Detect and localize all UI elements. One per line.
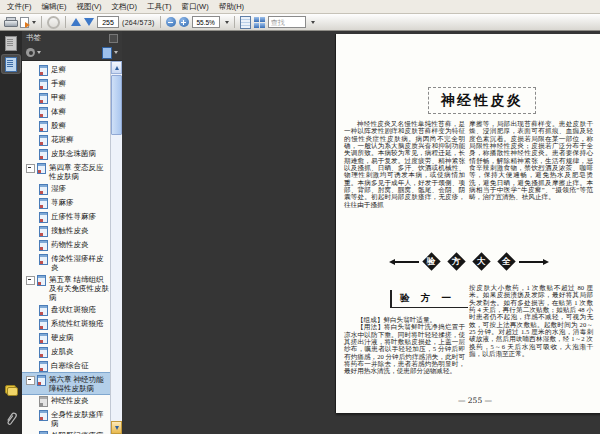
scrollbar-thumb[interactable] xyxy=(111,75,122,135)
bookmark-item[interactable]: 皮肌炎 xyxy=(22,345,110,359)
recipe-column-right: 按皮肤大小敷药，1 次敷贴不超过 80 厘米。如果皮损溃疡及发际，最好将其局部头… xyxy=(469,284,593,357)
bookmark-item[interactable]: 系统性红斑狼疮 xyxy=(22,317,110,331)
bookmark-item[interactable]: 湿疹 xyxy=(22,182,110,196)
export-button[interactable] xyxy=(19,15,36,29)
tab-comments[interactable] xyxy=(2,381,20,399)
scrollbar-track[interactable] xyxy=(111,136,122,421)
bookmarks-tree-wrap: 足癣 手癣 甲癣 体癣 股癣 花斑癣 皮肤念珠菌病 第四章 变态反应性皮肤病 湿… xyxy=(22,60,122,434)
search-caret-icon[interactable] xyxy=(311,21,315,24)
document-pane[interactable]: 神经性皮炎 神经性皮炎又名慢性单纯性苔藓，是一种以阵发性剧痒和皮肤苔藓样变为特征… xyxy=(122,31,600,434)
scroll-down-button[interactable] xyxy=(111,421,122,434)
next-page-button[interactable] xyxy=(84,15,94,29)
banner-diamond: 验 xyxy=(422,252,440,270)
collapse-icon[interactable] xyxy=(26,164,35,173)
bookmark-chapter-selected[interactable]: 第六章 神经功能障碍性皮肤病 xyxy=(22,373,110,394)
bookmark-item[interactable]: 皮肤念珠菌病 xyxy=(22,147,110,161)
menu-edit[interactable]: 编辑(E) xyxy=(37,1,72,13)
article-title: 神经性皮炎 xyxy=(428,87,536,114)
scroll-mode-button[interactable] xyxy=(240,15,251,29)
bookmark-item[interactable]: 甲癣 xyxy=(22,91,110,105)
tab-pages[interactable] xyxy=(2,34,20,52)
zoom-in-button[interactable] xyxy=(179,15,189,29)
bookmark-icon xyxy=(39,396,48,407)
tree-scrollbar[interactable] xyxy=(110,61,122,434)
bookmark-icon xyxy=(39,361,48,372)
bookmarks-panel-header: 书签 xyxy=(22,31,122,45)
zoom-caret-icon[interactable] xyxy=(225,21,229,24)
menu-bar: 文件(F) 编辑(E) 视图(V) 文档(D) 工具(T) 窗口(W) 帮助(H… xyxy=(0,0,600,14)
page-number-input[interactable] xyxy=(97,16,119,28)
menu-tools[interactable]: 工具(T) xyxy=(142,1,177,13)
arrow-down-icon xyxy=(84,18,94,26)
collapse-icon[interactable] xyxy=(26,376,35,385)
toolbar-separator xyxy=(234,16,235,28)
tab-strip-bottom xyxy=(0,378,22,430)
bookmark-options-button[interactable] xyxy=(26,46,41,60)
menu-window[interactable]: 窗口(W) xyxy=(177,1,214,13)
zoom-out-icon xyxy=(166,17,176,27)
zoom-level-select[interactable]: 55.5% xyxy=(192,16,220,28)
tab-attachments[interactable] xyxy=(2,410,20,428)
bookmark-icon xyxy=(37,275,46,286)
tab-bookmarks[interactable] xyxy=(2,55,20,73)
bookmark-chapter[interactable]: 第四章 变态反应性皮肤病 xyxy=(22,161,110,182)
menu-file[interactable]: 文件(F) xyxy=(2,1,37,13)
bookmark-item[interactable]: 全身性皮肤瘙痒病 xyxy=(22,408,110,429)
banner-diamond: 方 xyxy=(447,252,465,270)
bookmark-icon xyxy=(39,347,48,358)
bookmark-item[interactable]: 传染性湿疹样皮炎 xyxy=(22,252,110,273)
navigation-tab-strip xyxy=(0,31,22,434)
bookmarks-tree: 足癣 手癣 甲癣 体癣 股癣 花斑癣 皮肤念珠菌病 第四章 变态反应性皮肤病 湿… xyxy=(22,61,110,434)
intro-column-left: 神经性皮炎又名慢性单纯性苔藓，是一种以阵发性剧痒和皮肤苔藓样变为特征的慢性炎症性… xyxy=(344,120,465,208)
bookmark-icon xyxy=(37,163,46,174)
fullscreen-button[interactable] xyxy=(254,15,265,29)
bookmark-item[interactable]: 药物性皮炎 xyxy=(22,238,110,252)
bookmark-item[interactable]: 外阴肛门瘙痒病 xyxy=(22,429,110,434)
bookmark-item[interactable]: 股癣 xyxy=(22,119,110,133)
toolbar-separator xyxy=(41,16,42,28)
toolbar: (264/573) 55.5% xyxy=(0,14,600,31)
scroll-up-button[interactable] xyxy=(111,61,122,74)
print-button[interactable] xyxy=(4,15,16,29)
menu-help[interactable]: 帮助(H) xyxy=(214,1,249,13)
export-icon xyxy=(19,17,30,28)
bookmark-icon xyxy=(39,254,48,265)
bookmark-item[interactable]: 白塞综合征 xyxy=(22,359,110,373)
bookmark-item[interactable]: 丘疹性荨麻疹 xyxy=(22,210,110,224)
bookmarks-panel-toolbar xyxy=(22,45,122,60)
bookmark-icon xyxy=(37,375,46,386)
bookmark-icon xyxy=(39,240,48,251)
scroll-up-icon xyxy=(115,66,119,70)
previous-page-button[interactable] xyxy=(71,15,81,29)
bookmark-item[interactable]: 盘状红斑狼疮 xyxy=(22,303,110,317)
blue-page-icon xyxy=(102,47,112,59)
banner-ornament-right xyxy=(519,261,543,263)
bookmark-item[interactable]: 接触性皮炎 xyxy=(22,224,110,238)
bookmark-item[interactable]: 硬皮病 xyxy=(22,331,110,345)
bookmark-icon xyxy=(39,305,48,316)
bookmark-item[interactable]: 花斑癣 xyxy=(22,133,110,147)
disabled-circle-icon xyxy=(47,16,60,29)
menu-document[interactable]: 文档(D) xyxy=(107,1,142,13)
scroll-down-icon xyxy=(115,426,119,430)
zoom-out-button[interactable] xyxy=(166,15,176,29)
scroll-mode-icon xyxy=(240,16,251,29)
bookmark-item-current[interactable]: 神经性皮炎 xyxy=(22,394,110,408)
bookmark-item[interactable]: 荨麻疹 xyxy=(22,196,110,210)
panel-title: 书签 xyxy=(26,33,41,43)
menu-view[interactable]: 视图(V) xyxy=(72,1,107,13)
bookmark-item[interactable]: 体癣 xyxy=(22,105,110,119)
expand-current-bookmark-button[interactable] xyxy=(102,46,118,60)
collapse-icon[interactable] xyxy=(26,276,35,285)
options-caret-icon xyxy=(37,51,41,54)
pdf-reader-window: 文件(F) 编辑(E) 视图(V) 文档(D) 工具(T) 窗口(W) 帮助(H… xyxy=(0,0,600,434)
bookmark-icon xyxy=(39,319,48,330)
bookmark-icon xyxy=(39,135,48,146)
bookmark-item[interactable]: 手癣 xyxy=(22,77,110,91)
search-input[interactable] xyxy=(268,16,306,28)
panel-menu-icon[interactable] xyxy=(109,34,118,43)
bookmark-item[interactable]: 足癣 xyxy=(22,63,110,77)
recipe-column-left: 【组成】鲜白头翁叶适量。 【用法】将白头翁鲜叶洗净捣烂置于凉水中以防下垂。同时将… xyxy=(344,316,465,375)
bookmark-chapter[interactable]: 第五章 结缔组织及有关免疫性皮肤病 xyxy=(22,273,110,303)
comments-icon xyxy=(5,385,18,396)
